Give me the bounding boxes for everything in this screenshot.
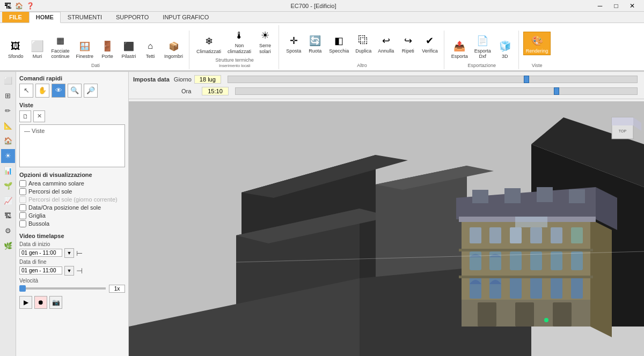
- qc-zoom-in-button[interactable]: 🔍: [68, 84, 82, 98]
- dati-label: Dati: [91, 63, 100, 68]
- climatizzati-button[interactable]: ❄ Climatizzati: [194, 32, 224, 56]
- screenshot-button[interactable]: 📷: [49, 296, 62, 309]
- ora-slider-track: [235, 87, 638, 95]
- tool-10-button[interactable]: 🏗: [1, 209, 15, 223]
- svg-rect-45: [515, 217, 547, 227]
- ribbon: FILE HOME STRUMENTI SUPPORTO INPUT GRAFI…: [0, 12, 644, 72]
- rendering-icon: 🎨: [530, 33, 545, 48]
- checkbox-percorsi: Percorsi del sole: [19, 188, 125, 195]
- opzioni-title: Opzioni di visualizzazione: [19, 172, 125, 178]
- muri-button[interactable]: ⬜ Muri: [27, 37, 48, 61]
- viste-ribbon-buttons: 🎨 Rendering: [523, 32, 551, 56]
- qc-arrow-button[interactable]: ↖: [19, 84, 33, 98]
- ripeti-button[interactable]: ↪ Ripeti: [398, 32, 418, 56]
- tool-12-button[interactable]: 🌿: [1, 239, 15, 253]
- specchia-button[interactable]: ◧ Specchia: [326, 32, 352, 56]
- svg-rect-34: [510, 277, 522, 299]
- porte-button[interactable]: 🚪 Porte: [97, 37, 118, 61]
- viste-new-button[interactable]: 🗋: [19, 110, 31, 122]
- 3d-scene[interactable]: TOP: [129, 99, 644, 356]
- tool-8-button[interactable]: 🌱: [1, 179, 15, 193]
- duplica-button[interactable]: ⿻ Duplica: [353, 32, 374, 56]
- finestre-button[interactable]: 🪟 Finestre: [74, 37, 97, 61]
- verifica-icon: ✔: [422, 33, 437, 48]
- tool-6-button[interactable]: ☀: [1, 149, 15, 163]
- sfondo-button[interactable]: 🖼 Sfondo: [5, 37, 26, 61]
- qc-zoom-out-button[interactable]: 🔎: [84, 84, 98, 98]
- data-fine-dropdown[interactable]: ▼: [64, 266, 74, 276]
- ruota-button[interactable]: 🔄 Ruota: [305, 32, 325, 56]
- esporta-dxf-button[interactable]: 📄 EsportaDxf: [472, 32, 494, 62]
- svg-rect-16: [472, 190, 488, 203]
- comandi-rapidi-title: Comandi rapidi: [19, 75, 125, 81]
- tab-supporto[interactable]: SUPPORTO: [109, 12, 156, 23]
- sposta-button[interactable]: ✛ Sposta: [283, 32, 304, 56]
- video-title: Video timelapse: [19, 233, 125, 239]
- play-button[interactable]: ▶: [19, 296, 32, 309]
- griglia-label: Griglia: [28, 212, 46, 219]
- percorsi-giorno-label: Percorsi del sole (giorno corrente): [28, 196, 118, 203]
- percorsi-sole-label: Percorsi del sole: [28, 188, 72, 195]
- facciate-button[interactable]: ▦ Facciatecontinue: [49, 32, 72, 62]
- verifica-button[interactable]: ✔ Verifica: [419, 32, 441, 56]
- tab-home[interactable]: HOME: [29, 12, 61, 23]
- svg-rect-22: [510, 227, 522, 243]
- viste-item[interactable]: — Viste: [22, 127, 122, 135]
- ingombri-button[interactable]: 📦 Ingombri: [162, 37, 186, 61]
- maximize-button[interactable]: □: [609, 2, 624, 10]
- area-cammino-checkbox[interactable]: [19, 180, 26, 187]
- griglia-checkbox[interactable]: [19, 212, 26, 219]
- tab-input-grafico[interactable]: INPUT GRAFICO: [156, 12, 216, 23]
- serre-button[interactable]: ☀ Serresolari: [255, 26, 275, 56]
- tab-file[interactable]: FILE: [2, 12, 29, 23]
- record-button[interactable]: ⏺: [34, 296, 47, 309]
- minimize-button[interactable]: ─: [592, 2, 608, 10]
- svg-rect-23: [530, 227, 542, 243]
- percorsi-sole-checkbox[interactable]: [19, 188, 26, 195]
- climatizzati-icon: ❄: [201, 34, 216, 49]
- velocity-input[interactable]: [109, 285, 125, 293]
- tool-7-button[interactable]: 📊: [1, 164, 15, 178]
- tetti-button[interactable]: ⌂ Tetti: [140, 37, 160, 61]
- close-button[interactable]: ✕: [625, 2, 640, 10]
- qc-hand-button[interactable]: ✋: [35, 84, 49, 98]
- data-inizio-next[interactable]: ⊢: [76, 249, 83, 257]
- viste-ribbon-label: Viste: [532, 63, 543, 68]
- data-inizio-input[interactable]: [19, 249, 62, 257]
- tool-9-button[interactable]: 📈: [1, 194, 15, 208]
- pilastri-button[interactable]: ⬛ Pilastri: [119, 37, 139, 61]
- data-fine-next[interactable]: ⊣: [76, 266, 83, 275]
- qc-view-button[interactable]: 👁: [52, 84, 65, 98]
- svg-rect-41: [478, 302, 496, 327]
- non-climatizzati-button[interactable]: 🌡 Nonclimatizzati: [225, 26, 254, 56]
- giorno-slider-thumb: [524, 76, 529, 83]
- velocity-slider[interactable]: [19, 287, 106, 290]
- esporta-dxf-icon: 📄: [475, 33, 490, 48]
- data-fine-input[interactable]: [19, 266, 62, 275]
- sfondo-icon: 🖼: [8, 39, 23, 54]
- data-fine-row: ▼ ⊣: [19, 266, 125, 276]
- strutture-label: Strutture termicheInserimento locali: [215, 57, 254, 68]
- 3d-button[interactable]: 🧊 3D: [495, 37, 515, 61]
- viste-section: Viste 🗋 ✕ — Viste: [19, 102, 125, 167]
- bussola-checkbox[interactable]: [19, 220, 26, 227]
- tool-11-button[interactable]: ⚙: [1, 224, 15, 238]
- data-inizio-label: Data di inizio: [19, 241, 125, 247]
- esportazione-buttons: 📤 Esporta 📄 EsportaDxf 🧊 3D: [449, 32, 515, 62]
- tool-4-button[interactable]: 📐: [1, 119, 15, 133]
- data-ora-checkbox[interactable]: [19, 204, 26, 211]
- annulla-button[interactable]: ↩ Annulla: [375, 32, 397, 56]
- tab-strumenti[interactable]: STRUMENTI: [61, 12, 109, 23]
- viste-delete-button[interactable]: ✕: [33, 110, 45, 122]
- svg-point-46: [544, 318, 548, 322]
- help-icon: ❓: [26, 2, 34, 10]
- tool-5-button[interactable]: 🏠: [1, 134, 15, 148]
- rendering-button[interactable]: 🎨 Rendering: [523, 32, 551, 56]
- percorsi-giorno-checkbox[interactable]: [19, 196, 26, 203]
- tool-2-button[interactable]: ⊞: [1, 89, 15, 103]
- data-inizio-dropdown[interactable]: ▼: [64, 248, 74, 258]
- tool-3-button[interactable]: ✏: [1, 104, 15, 118]
- esporta-icon: 📤: [452, 39, 467, 54]
- tool-1-button[interactable]: ⬜: [1, 74, 15, 88]
- esporta-button[interactable]: 📤 Esporta: [449, 37, 471, 61]
